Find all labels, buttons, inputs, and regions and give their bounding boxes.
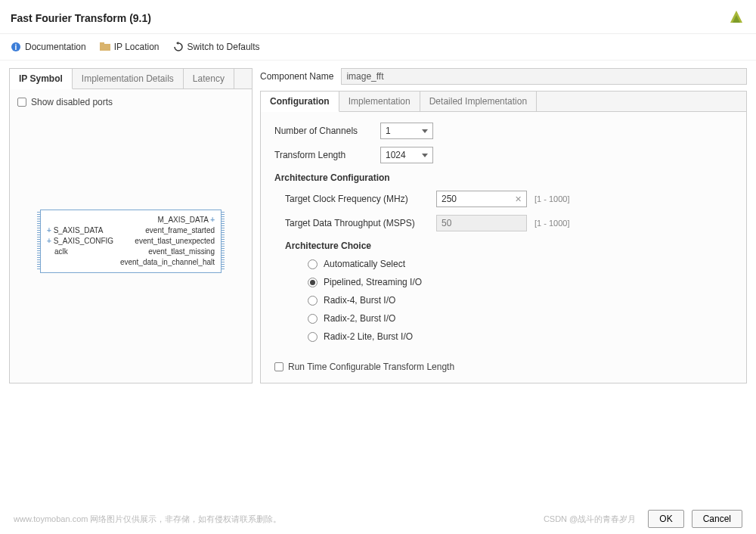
arch-choice-title: Architecture Choice (285, 241, 733, 251)
tab-ip-symbol[interactable]: IP Symbol (10, 69, 73, 89)
ip-location-link[interactable]: IP Location (100, 42, 160, 52)
clock-freq-range: [1 - 1000] (534, 194, 569, 203)
tab-detailed-impl[interactable]: Detailed Implementation (420, 92, 537, 111)
documentation-label: Documentation (25, 42, 86, 52)
svg-rect-5 (100, 42, 104, 45)
clear-icon[interactable]: ✕ (515, 194, 522, 204)
svg-marker-6 (176, 42, 178, 45)
transform-length-label: Transform Length (274, 150, 373, 160)
refresh-icon (173, 42, 184, 52)
throughput-range: [1 - 1000] (534, 219, 569, 228)
transform-length-select[interactable]: 1024 (380, 147, 433, 163)
switch-defaults-label: Switch to Defaults (187, 42, 260, 52)
num-channels-label: Number of Channels (274, 126, 373, 136)
arch-choice-radio[interactable]: Pipelined, Streaming I/O (308, 277, 733, 287)
component-name-label: Component Name (260, 71, 333, 82)
page-title: Fast Fourier Transform (9.1) (11, 12, 151, 24)
show-disabled-checkbox[interactable] (17, 98, 26, 107)
arch-choice-label: Automatically Select (324, 259, 405, 269)
tab-latency[interactable]: Latency (184, 69, 234, 88)
tab-configuration[interactable]: Configuration (261, 92, 339, 112)
num-channels-select[interactable]: 1 (380, 123, 433, 139)
documentation-link[interactable]: i Documentation (11, 42, 86, 52)
radio-icon (308, 259, 318, 269)
arch-choice-label: Pipelined, Streaming I/O (324, 277, 422, 287)
cancel-button[interactable]: Cancel (692, 510, 742, 528)
radio-icon (308, 332, 318, 342)
left-pane: IP Symbol Implementation Details Latency… (9, 68, 253, 383)
radio-icon (308, 278, 318, 287)
arch-choice-label: Radix-2, Burst I/O (324, 313, 395, 324)
tab-implementation[interactable]: Implementation (339, 92, 420, 111)
radio-icon (308, 296, 318, 306)
folder-icon (100, 42, 110, 52)
runtime-config-checkbox[interactable] (274, 362, 284, 371)
radio-icon (308, 314, 318, 324)
right-pane: Component Name Configuration Implementat… (260, 68, 747, 383)
vivado-logo (727, 9, 745, 27)
arch-config-title: Architecture Configuration (274, 172, 733, 183)
ip-symbol-diagram: M_AXIS_DATA + + S_AXIS_DATAevent_frame_s… (40, 210, 222, 273)
footer-watermark-right: CSDN @战斗的青春岁月 (544, 514, 636, 525)
runtime-config-label: Run Time Configurable Transform Length (288, 362, 454, 372)
clock-freq-input[interactable]: 250✕ (436, 191, 527, 207)
tab-impl-details[interactable]: Implementation Details (73, 69, 184, 88)
svg-text:i: i (15, 43, 17, 51)
info-icon: i (11, 42, 21, 52)
arch-choice-label: Radix-4, Burst I/O (324, 295, 395, 306)
switch-defaults-link[interactable]: Switch to Defaults (173, 42, 260, 52)
throughput-input: 50 (436, 215, 527, 231)
footer-watermark-left: www.toymoban.com 网络图片仅供展示，非存储，如有侵权请联系删除。 (14, 514, 281, 525)
arch-choice-radio[interactable]: Radix-4, Burst I/O (308, 295, 733, 306)
ok-button[interactable]: OK (648, 510, 683, 528)
ip-location-label: IP Location (114, 42, 160, 52)
clock-freq-label: Target Clock Frequency (MHz) (285, 194, 429, 204)
throughput-label: Target Data Throughput (MSPS) (285, 218, 429, 228)
arch-choice-label: Radix-2 Lite, Burst I/O (324, 331, 413, 342)
arch-choice-radio[interactable]: Automatically Select (308, 259, 733, 269)
arch-choice-radio[interactable]: Radix-2, Burst I/O (308, 313, 733, 324)
show-disabled-label: Show disabled ports (31, 97, 113, 107)
toolbar: i Documentation IP Location Switch to De… (0, 34, 756, 61)
arch-choice-radio[interactable]: Radix-2 Lite, Burst I/O (308, 331, 733, 342)
component-name-input[interactable] (341, 68, 747, 85)
